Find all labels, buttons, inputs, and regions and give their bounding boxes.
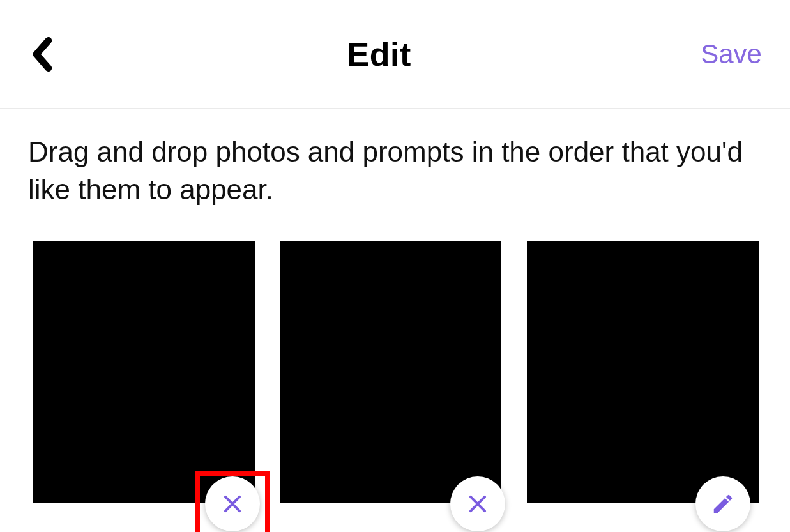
delete-photo-button[interactable] [205,476,260,531]
close-icon [220,492,245,516]
save-button[interactable]: Save [701,39,764,70]
header-bar: Edit Save [0,0,790,109]
edit-prompt-button[interactable] [695,476,750,531]
page-title: Edit [347,35,411,73]
prompt-card[interactable] [527,241,759,503]
instructions-text: Drag and drop photos and prompts in the … [0,109,790,209]
photo-card[interactable] [33,241,255,503]
delete-photo-button[interactable] [450,476,505,531]
photo-card[interactable] [280,241,502,503]
pencil-icon [711,492,735,516]
photo-grid [0,209,790,503]
chevron-left-icon [31,37,52,72]
close-icon [466,492,490,516]
back-button[interactable] [26,35,57,73]
